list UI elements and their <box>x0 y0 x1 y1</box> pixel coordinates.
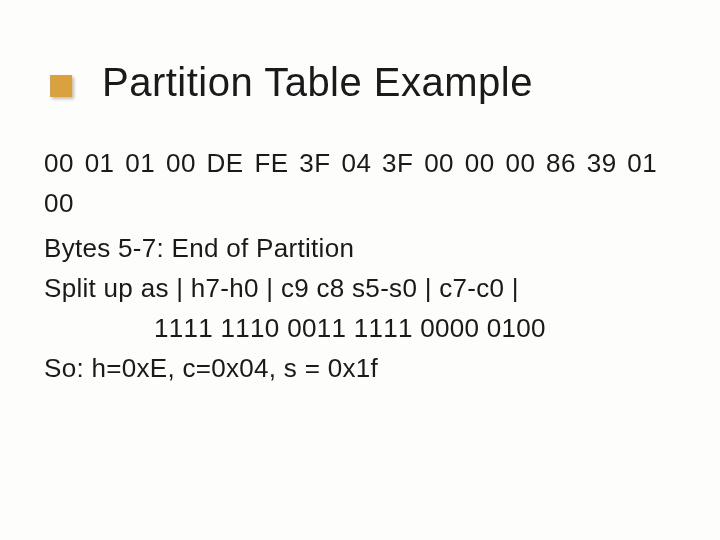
body-line-3: 1111 1110 0011 1111 0000 0100 <box>44 308 680 348</box>
body-line-1: Bytes 5-7: End of Partition <box>44 228 680 268</box>
slide-content: 00 01 01 00 DE FE 3F 04 3F 00 00 00 86 3… <box>44 143 680 389</box>
accent-square-icon <box>50 75 72 97</box>
hex-bytes-row: 00 01 01 00 DE FE 3F 04 3F 00 00 00 86 3… <box>44 143 680 224</box>
slide-title: Partition Table Example <box>102 60 533 105</box>
title-row: Partition Table Example <box>50 60 680 105</box>
body-line-2: Split up as | h7-h0 | c9 c8 s5-s0 | c7-c… <box>44 268 680 308</box>
body-line-4: So: h=0xE, c=0x04, s = 0x1f <box>44 348 680 388</box>
slide: Partition Table Example 00 01 01 00 DE F… <box>0 0 720 429</box>
